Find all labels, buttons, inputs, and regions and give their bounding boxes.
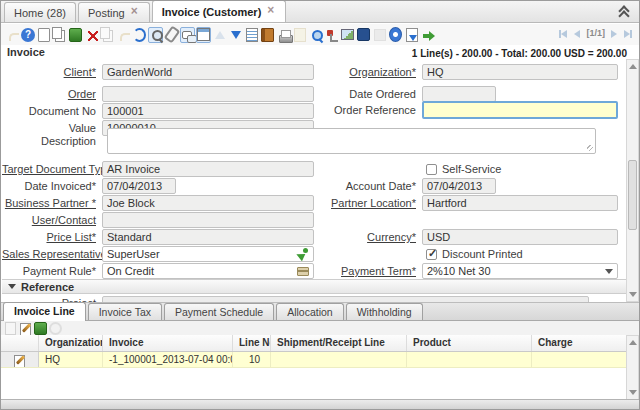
grid-scrollbar[interactable] (626, 335, 639, 400)
last-record-icon[interactable] (622, 29, 631, 38)
payment-term-select[interactable]: 2%10 Net 30 (422, 263, 618, 279)
reference-section-header[interactable]: Reference (2, 279, 626, 294)
ignore-icon[interactable] (5, 27, 20, 43)
order-label[interactable]: Order (2, 88, 102, 100)
detail-record-icon[interactable] (228, 27, 243, 43)
currency-field[interactable]: USD (422, 229, 618, 245)
user-contact-field[interactable] (102, 212, 314, 228)
target-document-type-field[interactable]: AR Invoice (102, 161, 314, 177)
column-header-organization[interactable]: Organization (39, 335, 103, 351)
new-record-icon[interactable] (36, 27, 51, 43)
client-label[interactable]: Client* (2, 66, 102, 78)
self-service-checkbox[interactable] (426, 164, 437, 175)
edit-row-icon[interactable] (13, 354, 26, 367)
close-tab-icon[interactable] (266, 7, 276, 17)
sales-representative-field[interactable]: SuperUser (102, 246, 314, 262)
column-header-product[interactable]: Product (407, 335, 532, 351)
previous-record-icon[interactable] (573, 29, 582, 38)
currency-label[interactable]: Currency* (320, 231, 422, 243)
user-contact-label[interactable]: User/Contact (2, 214, 102, 226)
column-header-shipment-receipt-line[interactable]: Shipment/Receipt Line (271, 335, 407, 351)
delete-selection-icon[interactable] (100, 27, 115, 43)
scroll-down-icon[interactable] (628, 290, 637, 299)
organization-field[interactable]: HQ (422, 64, 618, 80)
archive-icon[interactable] (260, 27, 275, 43)
help-icon[interactable] (21, 28, 35, 42)
chat-icon[interactable] (180, 27, 195, 43)
table-row[interactable]: HQ -1_100001_2013-07-04 00:00:00_200.00 … (1, 352, 627, 368)
scroll-up-icon[interactable] (628, 338, 637, 347)
detail-ignore-icon[interactable] (49, 322, 62, 335)
toggle-grid-icon[interactable] (196, 27, 211, 43)
collapse-panel-icon[interactable] (617, 5, 631, 18)
attachment-icon[interactable] (164, 27, 179, 43)
save-icon[interactable] (68, 27, 83, 43)
detail-edit-record-icon[interactable] (19, 322, 32, 335)
cell-organization[interactable]: HQ (39, 352, 103, 367)
partner-location-label[interactable]: Partner Location* (320, 197, 422, 209)
partner-location-field[interactable]: Hartford (422, 195, 618, 211)
extra-icon[interactable] (372, 27, 387, 43)
cell-charge[interactable] (532, 352, 627, 367)
undo-icon[interactable] (116, 27, 131, 43)
export-icon[interactable] (404, 27, 419, 43)
tab-posting[interactable]: Posting (78, 2, 150, 22)
cell-shipment-receipt-line[interactable] (271, 352, 407, 367)
scrollbar-thumb[interactable] (628, 160, 637, 230)
cell-invoice[interactable]: -1_100001_2013-07-04 00:00:00_200.00 (103, 352, 233, 367)
cell-line-no[interactable]: 10 (233, 352, 271, 367)
detail-save-record-icon[interactable] (34, 322, 47, 335)
tab-payment-schedule[interactable]: Payment Schedule (164, 303, 274, 320)
detail-new-record-icon[interactable] (4, 322, 17, 335)
next-record-icon[interactable] (609, 29, 618, 38)
cell-product[interactable] (407, 352, 532, 367)
tab-allocation[interactable]: Allocation (276, 303, 344, 320)
tab-invoice-line[interactable]: Invoice Line (3, 302, 86, 321)
payment-term-label[interactable]: Payment Term* (320, 265, 422, 277)
scroll-down-icon[interactable] (628, 388, 637, 397)
tab-invoice-tax[interactable]: Invoice Tax (88, 303, 162, 320)
lookup-icon[interactable] (296, 248, 309, 261)
scroll-up-icon[interactable] (628, 62, 637, 71)
check-requests-icon[interactable] (340, 27, 355, 43)
date-invoiced-field[interactable]: 07/04/2013 (102, 178, 176, 194)
process-icon[interactable] (388, 27, 403, 43)
parent-record-icon[interactable] (212, 27, 227, 43)
sales-representative-label[interactable]: Sales Representative (2, 248, 102, 260)
column-header-invoice[interactable]: Invoice (103, 335, 233, 351)
discount-printed-checkbox[interactable] (426, 249, 437, 260)
tab-withholding[interactable]: Withholding (346, 303, 423, 320)
delete-icon[interactable] (84, 27, 99, 43)
product-info-icon[interactable] (356, 27, 371, 43)
price-list-field[interactable]: Standard (102, 229, 314, 245)
column-header-line-no[interactable]: Line No (233, 335, 271, 351)
print-preview-icon[interactable] (292, 27, 307, 43)
column-header-charge[interactable]: Charge (532, 335, 627, 351)
price-list-label[interactable]: Price List* (2, 231, 102, 243)
close-tab-icon[interactable] (130, 8, 140, 18)
account-date-field[interactable]: 07/04/2013 (422, 178, 496, 194)
workflow-icon[interactable] (324, 27, 339, 43)
order-reference-field[interactable] (422, 101, 618, 119)
zoom-across-icon[interactable] (308, 27, 323, 43)
report-icon[interactable] (244, 27, 259, 43)
tab-home[interactable]: Home (28) (4, 2, 76, 22)
first-record-icon[interactable] (560, 29, 569, 38)
print-icon[interactable] (276, 27, 291, 43)
find-icon[interactable] (148, 27, 163, 43)
refresh-icon[interactable] (132, 27, 147, 43)
copy-record-icon[interactable] (52, 27, 67, 43)
tab-invoice-customer[interactable]: Invoice (Customer) (152, 0, 287, 22)
document-no-field[interactable]: 100001 (102, 103, 314, 119)
organization-label[interactable]: Organization* (320, 66, 422, 78)
row-selector-cell[interactable] (1, 352, 39, 367)
form-scrollbar[interactable] (626, 59, 639, 302)
client-field[interactable]: GardenWorld (102, 64, 314, 80)
date-ordered-field[interactable] (422, 86, 496, 102)
description-field[interactable] (107, 128, 596, 154)
target-document-type-label[interactable]: Target Document Type* (2, 163, 102, 175)
end-window-icon[interactable] (420, 27, 435, 43)
business-partner-label[interactable]: Business Partner * (2, 197, 102, 209)
payment-rule-field[interactable]: On Credit (102, 263, 314, 279)
order-field[interactable] (102, 86, 314, 102)
